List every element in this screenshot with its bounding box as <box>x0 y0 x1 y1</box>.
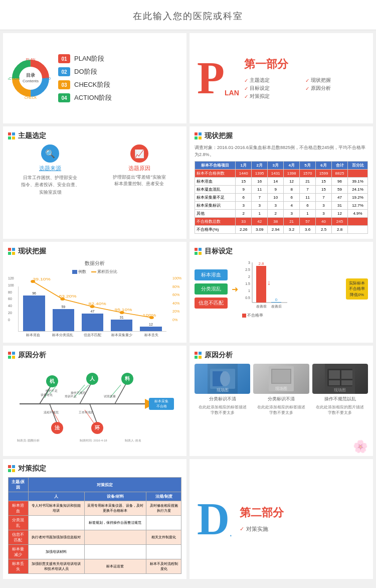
bar-chart-container: 120100806040200 96 59 47 <box>8 276 181 338</box>
table-row: 标本采集标识 3334633112.7% <box>195 202 368 210</box>
source-label: 选题来源 <box>39 165 61 172</box>
strategy-cell-1-3: 及时修改相应措施执行力度 <box>146 501 181 516</box>
table-row: 其他 212313124.9% <box>195 210 368 218</box>
strategy-row-3: 信息不匹配 执行者对书面加强加强信息核对 相关文件制度化 <box>9 530 181 545</box>
svg-line-64 <box>90 404 97 424</box>
svg-text:CHECK: CHECK <box>25 96 37 99</box>
strategy-cell-4-1: 加强培训材料 <box>28 545 84 559</box>
table-row: 不合格数总数 334238215740245 <box>195 218 368 226</box>
plan-letter: P <box>197 56 225 101</box>
plan-i3: 目标设定 <box>250 85 270 92</box>
part2-title: 第二部分 <box>240 505 365 520</box>
cause-photos-icon <box>195 352 202 359</box>
photo-placeholder-3: 现场图 <box>312 364 368 394</box>
svg-text:制表时间: 2016-4-18: 制表时间: 2016-4-18 <box>80 439 107 442</box>
plan-items: ✓主题选定 ✓现状把握 ✓目标设定 ✓原因分析 ✓对策拟定 <box>244 77 365 100</box>
chart-icon: 📈 <box>130 144 148 163</box>
photo-caption-2: 分类标识不清 <box>268 396 295 402</box>
item-label-3: CHECK阶段 <box>74 80 110 89</box>
fishbone-title: 原因分析 <box>8 351 181 360</box>
svg-rect-85 <box>329 380 340 385</box>
strategy-label-5: 标本丢失 <box>9 559 29 574</box>
photo-2: 现场图 分类标识不清 在此处添加相应的标签描述字数不要太多 <box>253 364 309 415</box>
svg-text:2.5: 2.5 <box>245 268 250 271</box>
status-data-table: 标本不合格项目 1月 2月 3月 4月 5月 6月 合计 百分比 标本不合格例数… <box>195 161 368 234</box>
plan-sub: LAN <box>225 89 239 97</box>
plan-i4: 原因分析 <box>311 85 331 92</box>
fishbone-diagram: 标本采集 不合格 机 设备老化 维护不足 人 培训不足 <box>8 364 181 444</box>
strategy-icon <box>8 465 15 472</box>
svg-rect-86 <box>341 380 352 385</box>
svg-text:环: 环 <box>94 425 100 430</box>
photo-3: 现场图 操作不规范以乱 在此处添加相应的图片描述字数不要太多 <box>312 364 368 415</box>
plan-i2: 现状把握 <box>311 77 331 84</box>
table-row: 标本溶血 1516141221159639.1% <box>195 178 368 186</box>
svg-text:流程不规范: 流程不规范 <box>44 410 59 414</box>
strategy-data-table: 主题/原因 对策拟定 人 设备/材料 法规/制度 标本溶血 专人对书写标本采集知… <box>8 477 181 574</box>
strategy-row-4: 标本量减少 加强培训材料 <box>9 545 181 559</box>
strategy-cell-3-1: 执行者对书面加强加强信息核对 <box>28 530 84 545</box>
target-legend: 不合格率 <box>242 313 342 318</box>
svg-line-54 <box>115 381 127 404</box>
svg-text:维护不足: 维护不足 <box>46 389 58 392</box>
svg-text:↓: ↓ <box>267 278 271 286</box>
page-title: 在此输入您的医院或科室 <box>0 10 376 22</box>
chart-legend: 例数 累积百分比 <box>8 269 181 274</box>
table-row: 标本凝血混乱 911987155924.1% <box>195 186 368 194</box>
photo-placeholder-2: 现场图 <box>253 364 309 394</box>
strategy-cell-3-3: 相关文件制度化 <box>146 530 181 545</box>
theme-title: 主题选定 <box>8 131 181 140</box>
status-icon <box>195 132 202 139</box>
strategy-cell-3-2 <box>84 530 146 545</box>
side-label: 实际标本不合格率降低0% <box>346 278 368 300</box>
plan-title: 第一部分 <box>244 57 365 72</box>
svg-line-59 <box>50 404 57 424</box>
svg-text:ACTION: ACTION <box>8 77 20 80</box>
contents-item-3: 03 CHECK阶段 <box>58 80 112 89</box>
reason-items: 护理部提出"零差错"实验室标本质量控制、患者安全 <box>113 174 165 187</box>
strategy-cell-5-2: 标本运送筐 <box>84 559 146 574</box>
plan-i5: 对策拟定 <box>250 93 270 100</box>
svg-text:63.20%: 63.20% <box>59 295 76 299</box>
photo-desc-1: 在此处添加相应的标签描述字数不要太多 <box>199 404 247 415</box>
part2-info: 第二部分 ✓ 对策实施 <box>240 505 365 533</box>
part2-card: D 。 第二部分 ✓ 对策实施 <box>190 459 373 579</box>
item-label-4: ACTION阶段 <box>74 93 112 102</box>
svg-text:3: 3 <box>248 261 250 264</box>
svg-text:Contents: Contents <box>23 79 39 83</box>
badge-04: 04 <box>58 93 70 102</box>
svg-text:现场图: 现场图 <box>275 386 287 391</box>
target-labels: 标本溶血 分类混乱 信息不匹配 <box>195 269 228 309</box>
col-header-6: 6月 <box>316 162 332 170</box>
table-row: 标本采集量不足 671061174719.2% <box>195 194 368 202</box>
photo-1: 现场图 分类标识不清 在此处添加相应的标签描述字数不要太多 <box>195 364 250 415</box>
svg-text:2.8: 2.8 <box>258 261 264 266</box>
reason-label: 选题原因 <box>128 165 150 172</box>
target-chart: 3 2.5 2 1.5 1 0.5 2.8 0 改善前 改善后 ↓ <box>242 260 292 310</box>
strategy-label-4: 标本量减少 <box>9 545 29 559</box>
svg-text:机: 机 <box>49 378 55 384</box>
photo-caption-3: 操作不规范以乱 <box>324 396 356 402</box>
svg-text:DO: DO <box>46 77 51 80</box>
search-icon: 🔍 <box>41 144 59 163</box>
svg-text:操作不规范: 操作不规范 <box>71 391 86 394</box>
photo-desc-3: 在此处添加相应的图片描述字数不要太多 <box>316 404 364 415</box>
contents-card: PLAN DO CHECK ACTION 目录 Contents 01 PLAN… <box>3 33 186 123</box>
strategy-sub-0 <box>9 492 29 501</box>
badge-01: 01 <box>58 54 70 63</box>
status-table-title: 现状把握 <box>195 131 368 140</box>
contents-item-2: 02 DO阶段 <box>58 67 112 76</box>
source-items: 日常工作困扰、护理部安全指令、患者投诉、安全自查、实验室反馈 <box>21 174 80 196</box>
target-content: 标本溶血 分类混乱 信息不匹配 ➜ 3 2.5 2 1.5 1 0.5 <box>195 260 368 318</box>
badge-02: 02 <box>58 67 70 76</box>
strategy-label-2: 分类混乱 <box>9 516 29 530</box>
plan-i1: 主题选定 <box>250 77 270 84</box>
photo-caption-1: 分类标识不清 <box>209 396 236 402</box>
svg-text:100%: 100% <box>143 314 156 318</box>
badge-03: 03 <box>58 80 70 89</box>
strategy-col-group: 对策拟定 <box>28 478 181 492</box>
svg-text:1.5: 1.5 <box>245 282 250 285</box>
svg-text:0.5: 0.5 <box>245 296 250 300</box>
arrow-icon: ➜ <box>232 284 238 294</box>
fishbone-icon <box>8 352 15 359</box>
